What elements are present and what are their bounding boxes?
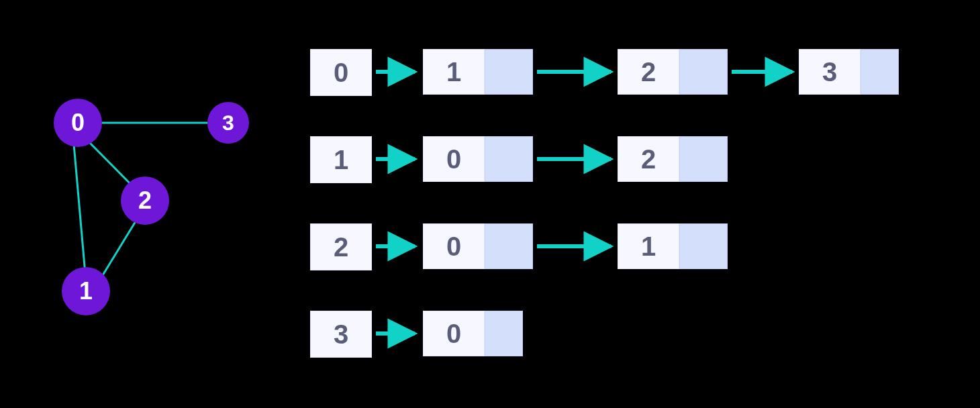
adj-node-pointer [485,136,533,182]
adj-node-3-0: 0 [423,311,523,356]
graph-node-2: 2 [121,176,169,225]
adj-node-2-0: 0 [423,223,533,269]
adj-head-3: 3 [310,311,372,358]
adj-node-pointer [679,136,728,182]
adj-node-value: 3 [799,49,861,95]
adj-head-2: 2 [310,223,372,270]
adj-node-pointer [485,311,523,356]
adj-head-1: 1 [310,136,372,183]
adj-node-1-1: 2 [618,136,728,182]
adj-node-value: 0 [423,223,485,269]
adj-node-pointer [861,49,899,95]
adj-node-pointer [679,223,728,269]
adj-node-pointer [485,49,533,95]
adj-node-2-1: 1 [618,223,728,269]
adj-node-value: 1 [423,49,485,95]
adj-node-value: 1 [618,223,679,269]
adj-node-0-2: 3 [799,49,899,95]
graph-node-1: 1 [62,267,110,315]
svg-line-3 [101,218,138,278]
adj-node-pointer [679,49,728,95]
svg-line-2 [74,144,85,274]
graph-node-0: 0 [54,99,102,147]
adj-head-0: 0 [310,49,372,96]
adj-node-pointer [485,223,533,269]
adj-node-0-1: 2 [618,49,728,95]
adj-node-value: 2 [618,136,679,182]
adj-node-value: 2 [618,49,679,95]
graph-node-3: 3 [207,102,249,144]
adj-node-1-0: 0 [423,136,533,182]
adj-node-value: 0 [423,136,485,182]
adj-node-value: 0 [423,311,485,356]
adj-node-0-0: 1 [423,49,533,95]
diagram-stage: 0 3 2 1 0 1 2 3 1 0 2 2 0 1 3 0 [0,0,980,408]
